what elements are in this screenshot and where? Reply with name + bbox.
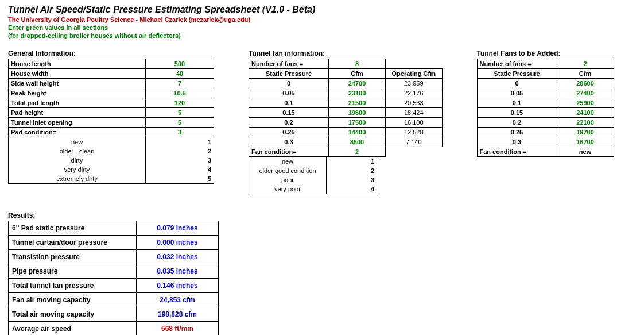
fan-condition-added-value: new: [557, 147, 614, 157]
cfm-cell[interactable]: 22100: [557, 118, 614, 128]
result-label: Fan air moving capacity: [9, 293, 137, 307]
cfm-cell[interactable]: 25900: [557, 98, 614, 108]
num-fans-added-label: Number of fans =: [477, 59, 557, 69]
page-title: Tunnel Air Speed/Static Pressure Estimat…: [8, 5, 636, 15]
fan-condition-value[interactable]: 2: [329, 147, 386, 157]
pad-condition-name: extremely dirty: [9, 174, 146, 184]
sp-cell: 0.15: [477, 108, 557, 118]
general-row-value[interactable]: 500: [146, 59, 214, 69]
cfm-cell[interactable]: 28600: [557, 79, 614, 88]
result-label: Total air moving capacity: [9, 307, 137, 322]
general-row-label: Total pad length: [9, 98, 146, 108]
sp-cell: 0: [249, 79, 329, 88]
cfm-cell[interactable]: 24100: [557, 108, 614, 118]
op-cfm-cell: 20,533: [386, 98, 443, 108]
cfm-cell[interactable]: 27400: [557, 88, 614, 98]
tunnel-fan-section: Tunnel fan information: Number of fans =…: [249, 49, 443, 194]
num-fans-added-value[interactable]: 2: [557, 59, 614, 69]
op-cfm-cell: 12,528: [386, 128, 443, 137]
result-label: Total tunnel fan pressure: [9, 279, 137, 293]
cfm-cell[interactable]: 17500: [329, 118, 386, 128]
blank-cell: [386, 147, 443, 157]
subtitle-author: The University of Georgia Poultry Scienc…: [8, 16, 636, 23]
general-row-value[interactable]: 10.5: [146, 88, 214, 98]
result-label: Pipe pressure: [9, 264, 137, 279]
general-row-label: House length: [9, 59, 146, 69]
cfm-cell[interactable]: 23100: [329, 88, 386, 98]
cfm-cell[interactable]: 19700: [557, 128, 614, 137]
general-header: General Information:: [8, 49, 214, 57]
general-row-value[interactable]: 120: [146, 98, 214, 108]
fans-added-section: Tunnel Fans to be Added: Number of fans …: [477, 49, 614, 157]
tunnel-fan-table: Number of fans = 8 Static Pressure Cfm O…: [249, 59, 443, 157]
pad-condition-num: 3: [146, 156, 214, 165]
general-row-label: Pad condition=: [9, 128, 146, 137]
op-cfm-cell: 18,424: [386, 108, 443, 118]
general-row-value[interactable]: 7: [146, 79, 214, 88]
col-cfm: Cfm: [557, 69, 614, 79]
op-cfm-cell: 23,959: [386, 79, 443, 88]
sp-cell: 0.2: [477, 118, 557, 128]
result-label: Transistion pressure: [9, 250, 137, 264]
general-row-label: House width: [9, 69, 146, 79]
fan-condition-name: new: [249, 157, 327, 166]
sp-cell: 0.1: [249, 98, 329, 108]
fans-added-header: Tunnel Fans to be Added:: [477, 49, 614, 57]
result-label: Tunnel curtain/door pressure: [9, 236, 137, 250]
cfm-cell[interactable]: 14400: [329, 128, 386, 137]
subtitle-instruction: Enter green values in all sections: [8, 24, 636, 31]
sp-cell: 0: [477, 79, 557, 88]
cfm-cell[interactable]: 8500: [329, 137, 386, 147]
pad-condition-name: very dirty: [9, 165, 146, 174]
general-row-value[interactable]: 40: [146, 69, 214, 79]
result-value: 0.000 inches: [137, 236, 219, 250]
op-cfm-cell: 7,140: [386, 137, 443, 147]
pad-condition-name: dirty: [9, 156, 146, 165]
sp-cell: 0.25: [249, 128, 329, 137]
general-row-value[interactable]: 5: [146, 118, 214, 128]
general-row-value[interactable]: 5: [146, 108, 214, 118]
result-value: 0.079 inches: [137, 221, 219, 236]
fan-condition-added-label: Fan condition =: [477, 147, 557, 157]
sp-cell: 0.3: [249, 137, 329, 147]
pad-condition-table: new 1older - clean 2dirty 3very dirty 4e…: [8, 137, 214, 184]
general-row-label: Side wall height: [9, 79, 146, 88]
subtitle-note: (for dropped-ceiling broiler houses with…: [8, 32, 636, 39]
sp-cell: 0.25: [477, 128, 557, 137]
general-row-value[interactable]: 3: [146, 128, 214, 137]
pad-condition-num: 5: [146, 174, 214, 184]
pad-condition-name: new: [9, 137, 146, 147]
num-fans-value[interactable]: 8: [329, 59, 386, 69]
sp-cell: 0.05: [249, 88, 329, 98]
cfm-cell[interactable]: 24700: [329, 79, 386, 88]
result-value: 24,853 cfm: [137, 293, 219, 307]
fan-condition-name: poor: [249, 175, 327, 184]
fans-added-table: Number of fans = 2 Static Pressure Cfm 0…: [477, 59, 614, 157]
result-value: 568 ft/min: [137, 322, 219, 336]
op-cfm-cell: 22,176: [386, 88, 443, 98]
sp-cell: 0.1: [477, 98, 557, 108]
result-value: 198,828 cfm: [137, 307, 219, 322]
fan-condition-num: 3: [326, 175, 377, 184]
num-fans-label: Number of fans =: [249, 59, 329, 69]
general-row-label: Pad height: [9, 108, 146, 118]
results-section: Results: 6" Pad static pressure 0.079 in…: [8, 211, 636, 335]
result-value: 0.035 inches: [137, 264, 219, 279]
cfm-cell[interactable]: 21500: [329, 98, 386, 108]
result-value: 0.146 inches: [137, 279, 219, 293]
fan-condition-name: very poor: [249, 184, 327, 194]
sp-cell: 0.3: [477, 137, 557, 147]
sp-cell: 0.2: [249, 118, 329, 128]
general-table: House length 500House width 40Side wall …: [8, 59, 214, 137]
cfm-cell[interactable]: 19600: [329, 108, 386, 118]
fan-condition-label: Fan condition=: [249, 147, 329, 157]
fan-condition-num: 4: [326, 184, 377, 194]
cfm-cell[interactable]: 16700: [557, 137, 614, 147]
col-cfm: Cfm: [329, 69, 386, 79]
op-cfm-cell: 16,100: [386, 118, 443, 128]
fan-condition-num: 2: [326, 166, 377, 175]
pad-condition-name: older - clean: [9, 147, 146, 156]
result-label: Average air speed: [9, 322, 137, 336]
results-table: 6" Pad static pressure 0.079 inchesTunne…: [8, 221, 219, 335]
general-row-label: Peak height: [9, 88, 146, 98]
